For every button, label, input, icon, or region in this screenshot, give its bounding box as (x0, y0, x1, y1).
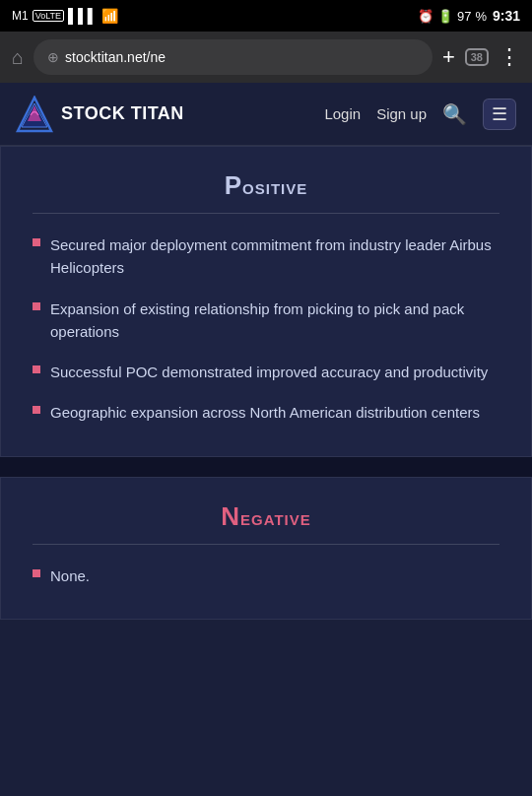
logo-container: STOCK TITAN (16, 96, 324, 133)
volte-badge: VoLTE (33, 10, 64, 22)
negative-title: Negative (33, 501, 499, 532)
list-item-text: Secured major deployment commitment from… (50, 233, 499, 280)
bullet-icon (33, 406, 40, 414)
bullet-icon (33, 365, 40, 373)
signal-icon: ▌▌▌ (68, 8, 98, 24)
status-left: M1 VoLTE ▌▌▌ 📶 (12, 8, 118, 24)
tab-count-badge[interactable]: 38 (465, 48, 489, 66)
negative-list: None. (33, 564, 499, 587)
list-item: Secured major deployment commitment from… (33, 233, 499, 280)
url-text: stocktitan.net/ne (65, 49, 419, 65)
nav-actions: Login Sign up 🔍 ☰ (324, 99, 516, 130)
list-item: Geographic expansion across North Americ… (33, 401, 499, 424)
section-gap (0, 457, 532, 477)
list-item-text: Expansion of existing relationship from … (50, 298, 499, 344)
search-icon[interactable]: 🔍 (442, 102, 467, 126)
list-item-text: Geographic expansion across North Americ… (50, 401, 480, 424)
list-item: Successful POC demonstrated improved acc… (33, 361, 499, 383)
list-item: None. (33, 564, 499, 587)
home-icon[interactable]: ⌂ (12, 46, 24, 69)
brand-name: STOCK TITAN (61, 103, 184, 124)
positive-section: Positive Secured major deployment commit… (0, 146, 532, 457)
hamburger-menu-icon[interactable]: ☰ (483, 99, 516, 130)
address-bar[interactable]: ⊕ stocktitan.net/ne (33, 39, 432, 75)
negative-section: Negative None. (0, 477, 532, 620)
login-link[interactable]: Login (324, 105, 361, 122)
nav-bar: STOCK TITAN Login Sign up 🔍 ☰ (0, 83, 532, 146)
bullet-icon (33, 238, 40, 246)
negative-title-rest: egative (240, 505, 311, 530)
alarm-icon: ⏰ (418, 9, 433, 24)
status-bar: M1 VoLTE ▌▌▌ 📶 ⏰ 🔋 97% 9:31 (0, 0, 532, 32)
list-item-text: Successful POC demonstrated improved acc… (50, 361, 488, 383)
list-item-text: None. (50, 564, 90, 587)
positive-title-cap: P (225, 170, 242, 200)
battery-icon: 🔋 (437, 9, 453, 24)
status-right: ⏰ 🔋 97% 9:31 (418, 8, 520, 24)
positive-list: Secured major deployment commitment from… (33, 233, 499, 425)
signup-link[interactable]: Sign up (376, 105, 427, 122)
positive-divider (33, 213, 499, 214)
bullet-icon (33, 569, 40, 577)
brand-logo (16, 96, 53, 133)
positive-title-rest: ositive (242, 174, 307, 199)
negative-divider (33, 544, 499, 545)
battery-level: 97 (457, 9, 471, 24)
list-item: Expansion of existing relationship from … (33, 298, 499, 344)
bullet-icon (33, 302, 40, 310)
site-info-icon: ⊕ (47, 49, 59, 65)
more-options-icon[interactable]: ⋮ (499, 44, 520, 70)
wifi-icon: 📶 (101, 8, 118, 24)
new-tab-button[interactable]: + (442, 44, 455, 70)
positive-title: Positive (33, 170, 499, 201)
browser-chrome: ⌂ ⊕ stocktitan.net/ne + 38 ⋮ (0, 32, 532, 83)
carrier-label: M1 (12, 9, 29, 23)
time-display: 9:31 (493, 8, 520, 24)
main-content: Positive Secured major deployment commit… (0, 146, 532, 620)
negative-title-cap: N (221, 501, 240, 531)
